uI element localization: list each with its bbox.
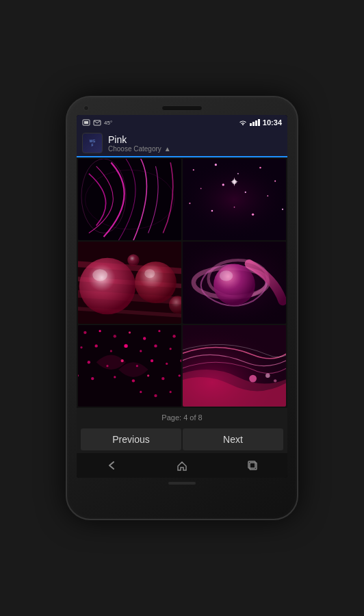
email-icon <box>93 119 101 126</box>
svg-point-30 <box>135 262 177 304</box>
svg-point-15 <box>245 192 246 193</box>
phone-device: 45° 10:34 <box>66 96 298 520</box>
svg-point-68 <box>161 377 164 380</box>
svg-point-8 <box>193 169 194 170</box>
home-button[interactable] <box>176 459 188 472</box>
svg-point-13 <box>200 188 202 190</box>
previous-button[interactable]: Previous <box>81 428 181 450</box>
app-icon: WGF <box>82 133 103 153</box>
category-arrow: ▲ <box>164 145 171 153</box>
svg-rect-1 <box>84 121 88 124</box>
svg-point-31 <box>144 269 155 278</box>
svg-point-67 <box>147 374 149 376</box>
svg-point-71 <box>154 394 157 397</box>
svg-point-39 <box>220 271 233 281</box>
svg-point-53 <box>154 344 157 347</box>
svg-point-65 <box>114 376 116 378</box>
svg-point-12 <box>274 180 276 181</box>
grid-item-6[interactable] <box>183 325 286 407</box>
sim-icon <box>82 119 90 126</box>
app-header: WGF Pink Choose Category ▲ <box>77 130 287 157</box>
svg-point-44 <box>129 331 131 333</box>
screen: 45° 10:34 <box>77 115 287 478</box>
svg-point-48 <box>80 346 82 348</box>
speaker-grill <box>161 105 203 111</box>
bottom-nav <box>77 453 287 478</box>
svg-point-75 <box>249 374 257 382</box>
svg-point-28 <box>79 258 135 314</box>
next-button[interactable]: Next <box>183 428 283 450</box>
svg-point-70 <box>140 391 142 393</box>
temp-display: 45° <box>104 120 112 126</box>
svg-point-69 <box>179 374 181 376</box>
status-time: 10:34 <box>263 118 282 127</box>
svg-point-17 <box>189 203 190 204</box>
grid-item-4[interactable] <box>183 242 286 323</box>
svg-point-42 <box>99 330 101 332</box>
signal-bars <box>250 119 260 126</box>
sensor-dot <box>275 105 281 111</box>
app-subtitle: Choose Category ▲ <box>108 145 171 153</box>
nav-buttons: Previous Next <box>77 426 287 453</box>
svg-point-51 <box>124 344 127 347</box>
svg-rect-7 <box>183 159 286 240</box>
page-title: Pink <box>108 134 171 145</box>
svg-point-21 <box>282 209 283 210</box>
svg-point-60 <box>151 359 153 362</box>
back-button[interactable] <box>105 459 118 472</box>
svg-point-49 <box>95 344 98 347</box>
phone-top-bar <box>73 105 291 115</box>
svg-point-32 <box>127 255 139 266</box>
grid-item-1[interactable] <box>78 159 181 240</box>
grid-item-5[interactable] <box>78 325 181 407</box>
svg-point-22 <box>232 179 237 184</box>
svg-point-56 <box>88 361 90 363</box>
svg-point-54 <box>170 348 172 350</box>
status-right: 10:34 <box>239 118 282 127</box>
wifi-icon <box>239 119 247 126</box>
page-info: Page: 4 of 8 <box>161 413 202 422</box>
svg-point-45 <box>143 337 146 339</box>
svg-point-10 <box>237 173 239 175</box>
svg-point-72 <box>170 391 172 393</box>
svg-point-19 <box>234 207 235 208</box>
grid-item-3[interactable] <box>78 242 181 323</box>
svg-point-41 <box>83 331 86 333</box>
svg-point-29 <box>92 269 107 281</box>
svg-point-38 <box>213 264 255 306</box>
camera-dot <box>83 105 89 111</box>
status-bar: 45° 10:34 <box>77 115 287 130</box>
svg-point-11 <box>259 167 261 169</box>
svg-rect-3 <box>78 159 181 240</box>
svg-point-46 <box>158 330 160 332</box>
svg-point-66 <box>132 379 135 382</box>
svg-point-14 <box>222 183 224 185</box>
grid-item-2[interactable] <box>183 159 286 240</box>
svg-point-47 <box>172 335 175 337</box>
svg-point-64 <box>91 377 94 380</box>
svg-point-9 <box>215 164 217 166</box>
svg-point-16 <box>267 195 268 196</box>
svg-point-20 <box>252 214 254 216</box>
svg-point-76 <box>265 373 270 378</box>
svg-point-18 <box>211 210 213 212</box>
app-header-text: Pink Choose Category ▲ <box>108 134 171 153</box>
svg-point-52 <box>140 350 142 352</box>
svg-point-43 <box>114 335 116 337</box>
wallpaper-grid <box>77 157 287 408</box>
pagination-bar: Page: 4 of 8 <box>77 408 287 426</box>
recents-button[interactable] <box>246 459 259 472</box>
status-left: 45° <box>82 119 112 126</box>
svg-point-61 <box>166 362 168 364</box>
phone-chin <box>168 482 196 485</box>
svg-point-77 <box>274 379 276 382</box>
svg-point-50 <box>110 350 112 352</box>
